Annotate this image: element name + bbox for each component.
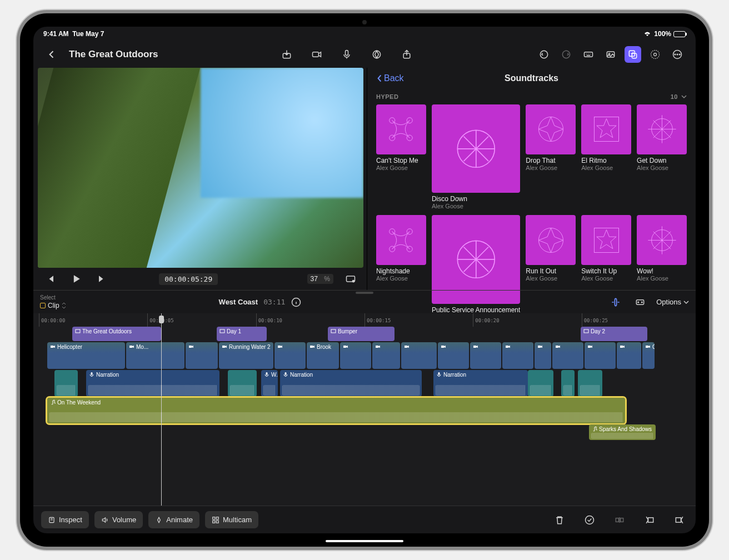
select-mode-picker[interactable]: Clip [40,302,66,309]
soundtrack-item[interactable]: Drop That Alex Goose [526,104,576,209]
timecode-display[interactable]: 00:00:05:29 [159,273,218,285]
svg-rect-1 [313,52,319,57]
back-button[interactable] [43,46,60,63]
browser-back-button[interactable]: Back [376,73,404,83]
import-icon[interactable] [278,46,295,63]
title-clip[interactable]: Day 1 [217,327,267,341]
audio-clip[interactable]: Narration [280,370,422,397]
svg-rect-44 [51,346,53,348]
enable-icon[interactable] [581,512,598,528]
play-icon[interactable] [68,271,84,287]
audio-lane: NarrationW...NarrationNarration [39,370,690,397]
title-clip[interactable]: The Great Outdoors [72,327,161,341]
content-library-icon[interactable] [625,46,641,63]
video-clip[interactable] [535,342,551,369]
animate-button[interactable]: Animate [148,511,199,528]
share-icon[interactable] [398,46,415,63]
svg-rect-43 [584,329,588,333]
svg-rect-74 [676,517,681,522]
video-clip[interactable] [372,342,400,369]
audio-clip[interactable]: W... [261,370,278,397]
video-clip[interactable]: C [642,342,655,369]
playhead[interactable] [161,313,162,506]
view-options-icon[interactable] [342,271,359,287]
drag-handle[interactable] [356,292,373,294]
fx-clip[interactable] [54,370,78,397]
fx-clip[interactable] [561,370,575,397]
svg-point-38 [638,302,639,303]
title-clip[interactable]: Day 2 [581,327,647,341]
inspect-button[interactable]: Inspect [41,511,89,528]
svg-rect-40 [76,329,80,333]
video-clip[interactable] [340,342,371,369]
soundtrack-item[interactable]: Disco Down Alex Goose [432,104,520,209]
fx-clip[interactable] [528,370,553,397]
snapping-icon[interactable] [607,294,624,311]
camera-icon[interactable] [308,46,325,63]
video-clip[interactable]: Mo... [126,342,184,369]
track-title: Nightshade [376,267,426,275]
video-clip[interactable] [617,342,641,369]
music-clip-clip[interactable]: On The Weekend [47,398,625,423]
marker-icon[interactable] [368,46,385,63]
video-clip[interactable] [470,342,501,369]
photo-library-icon[interactable] [602,46,619,63]
trim-start-icon[interactable] [641,512,658,528]
svg-rect-68 [213,521,215,523]
svg-point-70 [586,516,594,524]
keyboard-icon[interactable] [580,46,597,63]
settings-gear-icon[interactable] [647,46,663,63]
video-clip[interactable] [401,342,437,369]
video-clip[interactable]: Running Water 2 [219,342,273,369]
title-clip[interactable]: Bumper [328,327,395,341]
soundtrack-item[interactable]: Get Down Alex Goose [637,104,687,209]
fx-clip[interactable] [228,370,257,397]
video-clip[interactable]: Helicopter [47,342,125,369]
svg-rect-47 [222,346,225,348]
audio-clip[interactable]: Narration [433,370,528,397]
video-clip[interactable] [438,342,469,369]
video-clip[interactable] [585,342,616,369]
soundtrack-item[interactable]: El Ritmo Alex Goose [581,104,631,209]
fx-clip[interactable] [578,370,602,397]
options-button[interactable]: Options [656,298,689,306]
tools-icon[interactable] [632,294,648,311]
timeline[interactable]: 00:00:0000:00:0500:00:1000:00:1500:00:20… [33,313,696,506]
next-frame-icon[interactable] [93,271,110,287]
info-icon[interactable] [291,297,302,308]
ruler[interactable]: 00:00:0000:00:0500:00:1000:00:1500:00:20… [39,313,690,327]
split-icon[interactable] [611,512,628,528]
music-clip-clip[interactable]: Sparks And Shadows [589,424,656,440]
video-clip[interactable] [552,342,583,369]
timeline-header: Select Clip West Coast 03:11 Options [33,290,696,313]
audio-clip[interactable]: Narration [86,370,219,397]
svg-rect-34 [594,228,618,252]
svg-rect-2 [346,51,348,56]
video-clip[interactable] [274,342,306,369]
trash-icon[interactable] [551,512,568,528]
undo-icon[interactable] [536,46,552,63]
svg-point-3 [373,51,381,58]
svg-rect-66 [213,517,215,519]
track-title: Can't Stop Me [376,157,426,164]
track-title: Drop That [526,157,576,164]
microphone-icon[interactable] [338,46,355,63]
more-icon[interactable] [669,46,686,63]
soundtrack-item[interactable]: Can't Stop Me Alex Goose [376,104,426,209]
viewport[interactable] [38,68,363,268]
multicam-button[interactable]: Multicam [205,511,258,528]
zoom-control[interactable]: 37 % [307,274,333,284]
redo-icon[interactable] [558,46,575,63]
prev-frame-icon[interactable] [42,271,59,287]
svg-rect-41 [220,329,224,333]
video-clip[interactable] [502,342,533,369]
svg-rect-45 [129,346,132,348]
track-title: Run It Out [526,267,576,275]
trim-end-icon[interactable] [671,512,688,528]
svg-rect-48 [278,346,281,348]
video-clip[interactable] [186,342,218,369]
section-hyped[interactable]: HYPED 10 [367,89,696,104]
volume-button[interactable]: Volume [94,511,143,528]
video-clip[interactable]: Brook [307,342,339,369]
svg-point-16 [677,54,678,55]
